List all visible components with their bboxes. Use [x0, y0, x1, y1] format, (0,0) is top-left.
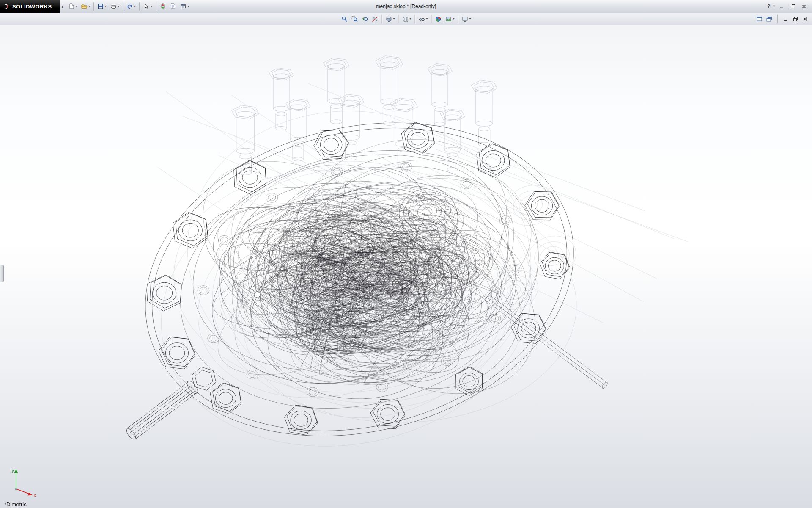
close-icon: [801, 3, 807, 10]
save-button[interactable]: ▾: [96, 1, 108, 12]
toolbar-separator: [93, 2, 94, 11]
toolbar-separator: [398, 15, 398, 23]
view-orientation-button[interactable]: ▾: [384, 14, 396, 25]
section-view-button[interactable]: [370, 14, 380, 25]
section-view-icon: [371, 16, 378, 22]
open-button[interactable]: ▾: [79, 1, 92, 12]
hide-show-items-button[interactable]: ▾: [417, 14, 429, 25]
minimize-document-button[interactable]: [782, 16, 789, 22]
minimize-icon: [782, 16, 789, 22]
solidworks-logo: SOLIDWORKS: [0, 0, 60, 13]
options-icon: [180, 3, 187, 10]
display-style-button[interactable]: ▾: [400, 14, 413, 25]
apply-scene-button[interactable]: ▾: [444, 14, 456, 25]
zoom-to-fit-button[interactable]: [339, 14, 349, 25]
print-button[interactable]: ▾: [108, 1, 121, 12]
chevron-down-icon: ▾: [453, 17, 455, 21]
view-settings-button[interactable]: ▾: [460, 14, 473, 25]
close-icon: [802, 16, 809, 22]
new-window-button[interactable]: [756, 16, 763, 22]
chevron-down-icon: ▾: [105, 5, 107, 8]
toolbar-separator: [381, 15, 382, 23]
chevron-down-icon: ▾: [469, 17, 471, 21]
dassault-swirl-icon: [3, 3, 10, 10]
rebuild-icon: [159, 3, 166, 10]
new-document-icon: [68, 3, 75, 10]
help-button[interactable]: ?▾: [765, 3, 775, 10]
chevron-down-icon: ▾: [187, 5, 189, 8]
help-icon: ?: [765, 3, 772, 10]
previous-view-icon: [361, 16, 368, 22]
zoom-fit-icon: [341, 16, 348, 22]
close-button[interactable]: [800, 3, 808, 10]
edit-appearance-icon: [435, 16, 442, 22]
wireframe-model[interactable]: [0, 25, 812, 508]
file-properties-button[interactable]: [168, 1, 178, 12]
title-bar[interactable]: SOLIDWORKS ▸ ▾▾▾▾▾▾▾ menjac sklop * [Rea…: [0, 0, 812, 13]
chevron-down-icon: ▾: [773, 5, 775, 8]
triad-x-label: x: [34, 493, 36, 497]
undo-button[interactable]: ▾: [125, 1, 137, 12]
chevron-down-icon: ▾: [76, 5, 77, 8]
document-window-controls: [756, 15, 809, 23]
chevron-down-icon: ▾: [426, 17, 428, 21]
toolbar-separator: [156, 2, 156, 11]
previous-view-button[interactable]: [359, 14, 370, 25]
restore-icon: [792, 16, 799, 22]
select-cursor-icon: [143, 3, 150, 10]
minimize-button[interactable]: [778, 3, 786, 10]
minimize-icon: [779, 3, 785, 10]
chevron-down-icon: ▾: [393, 17, 395, 21]
hide-show-icon: [418, 16, 425, 22]
select-button[interactable]: ▾: [141, 1, 154, 12]
heads-up-bar: ▾▾▾▾▾: [0, 13, 812, 25]
save-icon: [97, 3, 104, 10]
window-icon: [756, 16, 763, 22]
zoom-area-icon: [351, 16, 358, 22]
cascade-icon: [766, 16, 773, 22]
new-button[interactable]: ▾: [66, 1, 79, 12]
undo-icon: [126, 3, 133, 10]
chevron-down-icon: ▾: [409, 17, 411, 21]
toolbar-separator: [458, 15, 458, 23]
panel-collapse-handle[interactable]: [0, 265, 4, 282]
restore-document-button[interactable]: [792, 16, 799, 22]
triad-y-label: y: [12, 469, 14, 473]
chevron-down-icon: ▾: [118, 5, 119, 8]
toolbar-separator: [431, 15, 432, 23]
menu-expand-button[interactable]: ▸: [62, 4, 64, 9]
heads-up-view-toolbar: ▾▾▾▾▾: [339, 14, 472, 25]
toolbar-separator: [139, 2, 140, 11]
restore-button[interactable]: [789, 3, 797, 10]
cascade-windows-button[interactable]: [766, 16, 773, 22]
orientation-triad: y x: [9, 467, 42, 498]
display-style-icon: [402, 16, 409, 22]
main-toolbar: ▾▾▾▾▾▾▾: [66, 1, 191, 12]
graphics-viewport[interactable]: y x *Dimetric: [0, 25, 812, 508]
open-folder-icon: [81, 3, 88, 10]
print-icon: [110, 3, 117, 10]
chevron-down-icon: ▾: [151, 5, 152, 8]
view-settings-icon: [462, 16, 469, 22]
options-button[interactable]: ▾: [178, 1, 191, 12]
chevron-down-icon: ▾: [134, 5, 136, 8]
chevron-down-icon: ▾: [88, 5, 90, 8]
brand-name: SOLIDWORKS: [12, 3, 52, 10]
toolbar-separator: [414, 15, 415, 23]
toolbar-separator: [777, 15, 778, 23]
rebuild-button[interactable]: [158, 1, 168, 12]
apply-scene-icon: [445, 16, 452, 22]
zoom-to-area-button[interactable]: [349, 14, 359, 25]
view-orientation-icon: [385, 16, 392, 22]
window-controls: ?▾: [765, 3, 812, 10]
edit-appearance-button[interactable]: [433, 14, 444, 25]
view-orientation-label: *Dimetric: [4, 501, 27, 508]
toolbar-separator: [123, 2, 123, 11]
restore-icon: [790, 3, 796, 10]
close-document-button[interactable]: [802, 16, 809, 22]
file-properties-icon: [170, 3, 176, 10]
